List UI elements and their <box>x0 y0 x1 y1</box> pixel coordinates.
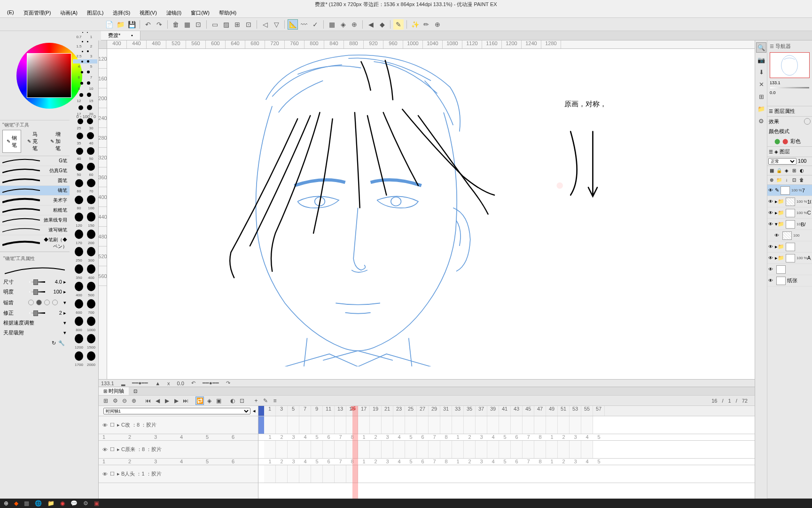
brush-item[interactable]: 效果线专用 <box>0 215 70 225</box>
folder-icon[interactable]: 📁 <box>756 103 766 114</box>
snap-curve-icon[interactable]: 〰 <box>299 19 309 30</box>
taskbar-app-icon[interactable]: 📁 <box>47 500 55 507</box>
close-x-icon[interactable]: ✕ <box>756 79 766 89</box>
onion-icon[interactable]: ◐ <box>228 397 237 405</box>
reference-icon[interactable]: ⊞ <box>790 167 798 174</box>
layer-item[interactable]: 👁 ▸📁 <box>767 241 812 253</box>
brush-item[interactable]: 粗糙笔 <box>0 206 70 215</box>
track-checkbox[interactable]: ☐ <box>110 446 115 452</box>
size-row[interactable] <box>73 229 97 240</box>
rotate-right-icon[interactable]: ↷ <box>226 380 230 386</box>
visibility-icon[interactable]: 👁 <box>774 233 781 238</box>
menu-filter[interactable]: 滤镜(I) <box>162 8 186 17</box>
rotate-left-icon[interactable]: ◀ <box>366 19 376 30</box>
timeline-tab-2[interactable]: ⊡ <box>129 387 142 395</box>
frame-ruler[interactable]: 1357911131517192123252729313335373941434… <box>258 406 755 416</box>
menu-page[interactable]: 页面管理(P) <box>19 8 56 17</box>
menu-select[interactable]: 选择(S) <box>108 8 135 17</box>
menu-animation[interactable]: 动画(A) <box>55 8 82 17</box>
menu-layer[interactable]: 图层(L) <box>82 8 108 17</box>
visibility-icon[interactable]: 👁 <box>768 188 775 193</box>
visibility-icon[interactable]: 👁 <box>768 267 775 272</box>
size-row[interactable] <box>73 117 97 125</box>
rotation-value[interactable]: 0.0 <box>177 381 184 386</box>
aa-option[interactable] <box>28 300 34 305</box>
perspective-icon[interactable]: ◈ <box>338 19 348 30</box>
merge-icon[interactable]: ⊡ <box>790 176 798 183</box>
size-row[interactable] <box>73 178 97 188</box>
menu-icon[interactable]: ≡ <box>271 397 279 405</box>
taskbar-app-icon[interactable]: ⚙ <box>83 500 88 507</box>
zoom-out-icon[interactable]: ⊖ <box>120 397 129 405</box>
layer-opacity[interactable]: 100 <box>798 158 806 164</box>
visibility-icon[interactable]: 👁 <box>768 199 775 204</box>
blend-mode-select[interactable]: 正常 <box>768 158 796 165</box>
add-cel-icon[interactable]: + <box>252 397 260 405</box>
brush-item[interactable]: 圆笔 <box>0 176 70 186</box>
size-row[interactable] <box>73 194 97 205</box>
mask-icon[interactable]: ◐ <box>798 167 805 174</box>
correction-slider[interactable] <box>29 312 45 314</box>
timeline-settings-icon[interactable]: ⚙ <box>111 397 119 405</box>
visibility-icon[interactable]: 👁 <box>768 244 775 249</box>
keyframe-icon[interactable]: ◈ <box>205 397 213 405</box>
transfer-icon[interactable]: ↓ <box>783 176 790 183</box>
wand-icon[interactable]: ✨ <box>410 19 420 30</box>
lock-alpha-icon[interactable]: ▦ <box>768 167 775 174</box>
navigator-preview[interactable] <box>770 52 810 78</box>
document-tab[interactable]: 费渡* • <box>101 31 141 40</box>
timeline-frames[interactable]: 16 1357911131517192123252729313335373941… <box>258 406 755 499</box>
timeline-select[interactable]: 时间轴1 <box>103 408 250 414</box>
visibility-icon[interactable]: 👁 <box>102 422 108 428</box>
lock-icon[interactable]: 🔒 <box>775 167 783 174</box>
timeline-track[interactable]: 👁 ☐ ▸ B人头 ：1 ：胶片 <box>99 465 258 483</box>
new-file-icon[interactable]: 📄 <box>104 19 114 30</box>
select-invert-icon[interactable]: ▨ <box>221 19 231 30</box>
play-icon[interactable]: ▶ <box>163 397 171 405</box>
brush-item[interactable]: 速写钢笔 <box>0 225 70 235</box>
download-icon[interactable]: ⬇ <box>756 67 766 77</box>
correction-value[interactable]: 2 ▸ <box>47 310 66 316</box>
clear-icon[interactable]: 🗑 <box>171 19 181 30</box>
subtool-tab-marker[interactable]: ✎马克笔 <box>23 130 44 153</box>
opacity-slider[interactable] <box>29 291 45 293</box>
visibility-icon[interactable]: 👁 <box>102 447 108 452</box>
layer-item-active[interactable]: 👁 ✎ 100 % 7 <box>767 185 812 196</box>
size-value[interactable]: 4.0 ▸ <box>47 279 66 285</box>
snap-line-icon[interactable]: 📐 <box>288 19 298 30</box>
size-row[interactable] <box>73 70 97 74</box>
layer-item[interactable]: 👁 100 <box>767 230 812 241</box>
size-row[interactable] <box>73 162 97 172</box>
size-row[interactable] <box>73 333 97 344</box>
subtool-tab-add[interactable]: ✎增加笔 <box>47 130 67 153</box>
size-row[interactable] <box>73 298 97 310</box>
navigator-rotation[interactable]: 0.0 <box>769 89 811 96</box>
visibility-icon[interactable]: 👁 <box>768 210 775 215</box>
erase-icon[interactable]: ◆ <box>377 19 387 30</box>
taskbar-app-icon[interactable]: ◉ <box>60 500 65 507</box>
taskbar-app-icon[interactable]: ▣ <box>94 500 99 507</box>
folder-icon[interactable]: ▾📁 <box>775 221 784 227</box>
clip-icon[interactable]: ▣ <box>214 397 223 405</box>
brush-item[interactable]: 美术字 <box>0 196 70 206</box>
layer-item[interactable]: 👁 纸张 <box>767 275 812 286</box>
menu-view[interactable]: 视图(V) <box>135 8 162 17</box>
opacity-value[interactable]: 100 ▸ <box>47 289 66 295</box>
size-row[interactable] <box>73 80 97 86</box>
edit-cel-icon[interactable]: ✎ <box>261 397 270 405</box>
crop-icon[interactable]: ⊡ <box>243 19 254 30</box>
zoom-slider[interactable] <box>770 87 809 88</box>
layer-item[interactable]: 👁 ▸📁 100 % 10 <box>767 196 812 207</box>
size-row[interactable] <box>73 316 97 327</box>
zoom-in-icon[interactable]: ▲ <box>155 381 160 386</box>
size-row[interactable] <box>73 49 97 53</box>
goto-start-icon[interactable]: ⏮ <box>144 397 152 405</box>
next-frame-icon[interactable]: ▶ <box>172 397 180 405</box>
rotation-slider[interactable]: ━━●━━ <box>203 380 219 386</box>
zoom-in-icon[interactable]: ⊕ <box>130 397 138 405</box>
size-row[interactable] <box>73 211 97 222</box>
scale-icon[interactable]: ⊡ <box>193 19 203 30</box>
menu-help[interactable]: 帮助(H) <box>214 8 241 17</box>
size-row[interactable] <box>73 146 97 156</box>
layer-item[interactable]: 👁 ▾📁 10 B/ <box>767 219 812 230</box>
